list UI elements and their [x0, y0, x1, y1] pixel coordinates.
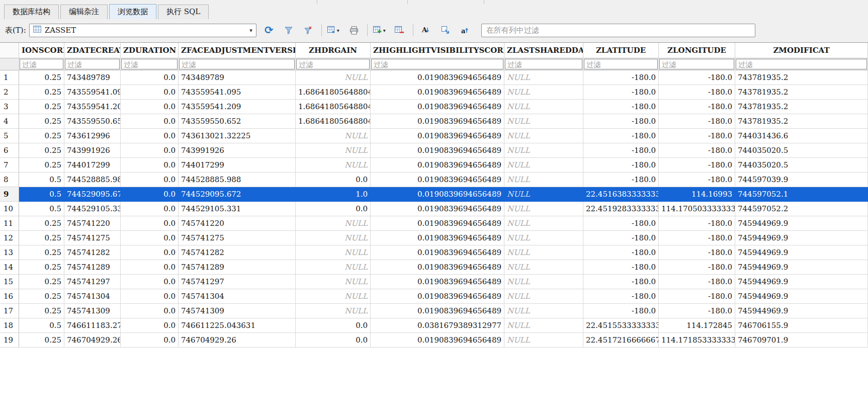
row-number[interactable]: 7: [0, 158, 19, 173]
table-cell[interactable]: -180.0: [659, 158, 735, 173]
table-cell[interactable]: 745741220: [179, 216, 296, 231]
column-filter-input-zlongitude[interactable]: [659, 59, 734, 69]
table-cell[interactable]: 0.25: [19, 289, 64, 304]
table-cell[interactable]: 743559541.209: [179, 100, 296, 114]
table-cell[interactable]: 0.0: [121, 318, 179, 333]
column-header-zlastshareddate[interactable]: ZLASTSHAREDDATE: [504, 43, 583, 58]
tab-1[interactable]: 数据库结构: [4, 5, 59, 19]
column-filter-input-zduration[interactable]: [121, 59, 178, 69]
table-cell[interactable]: NULL: [504, 158, 583, 173]
table-cell[interactable]: 114.172845: [659, 318, 735, 333]
table-cell[interactable]: -180.0: [583, 231, 659, 245]
table-cell[interactable]: 745741297: [179, 275, 296, 289]
row-number[interactable]: 8: [0, 173, 19, 187]
row-number[interactable]: 14: [0, 260, 19, 275]
table-cell[interactable]: 744529095.672: [64, 187, 121, 202]
table-cell[interactable]: 744529095.672: [179, 187, 296, 202]
table-cell[interactable]: 0.0381679389312977: [371, 318, 504, 333]
table-cell[interactable]: 0.0: [121, 85, 179, 100]
column-header-zhdrgain[interactable]: ZHDRGAIN: [296, 43, 371, 58]
table-cell[interactable]: 0.0190839694656489: [371, 260, 504, 275]
table-cell[interactable]: 743559541.209: [64, 100, 121, 114]
table-cell[interactable]: 0.0190839694656489: [371, 129, 504, 143]
table-cell[interactable]: 743781935.2: [735, 100, 868, 114]
table-cell[interactable]: 745741304: [64, 289, 121, 304]
table-cell[interactable]: 743559541.095: [179, 85, 296, 100]
row-number[interactable]: 4: [0, 114, 19, 129]
table-cell[interactable]: 743489789: [64, 70, 121, 85]
table-cell[interactable]: 743991926: [179, 143, 296, 158]
table-cell[interactable]: 0.5: [19, 173, 64, 187]
table-cell[interactable]: 746704929.26: [64, 333, 121, 348]
table-cell[interactable]: NULL: [504, 260, 583, 275]
table-cell[interactable]: NULL: [504, 245, 583, 260]
table-cell[interactable]: 22.4517216666667: [583, 333, 659, 348]
table-cell[interactable]: 0.0: [121, 187, 179, 202]
table-cell[interactable]: 743781935.2: [735, 85, 868, 100]
table-cell[interactable]: 0.5: [19, 318, 64, 333]
goto-cell-button-2[interactable]: [439, 23, 453, 37]
table-cell[interactable]: -180.0: [583, 173, 659, 187]
table-select-combobox[interactable]: ZASSET ▾: [29, 24, 256, 37]
table-cell[interactable]: 746611225.043631: [179, 318, 296, 333]
tab-2[interactable]: 编辑杂注: [60, 5, 108, 19]
table-cell[interactable]: 743559550.652: [179, 114, 296, 129]
clear-filter-button[interactable]: [301, 23, 315, 37]
table-cell[interactable]: -180.0: [659, 231, 735, 245]
row-number[interactable]: 3: [0, 100, 19, 114]
delete-record-button[interactable]: [393, 23, 407, 37]
table-cell[interactable]: 745741309: [179, 304, 296, 318]
table-cell[interactable]: 0.25: [19, 245, 64, 260]
table-cell[interactable]: 0.0: [121, 216, 179, 231]
table-cell[interactable]: 22.4515533333333: [583, 318, 659, 333]
table-cell[interactable]: -180.0: [583, 70, 659, 85]
table-cell[interactable]: 0.0190839694656489: [371, 216, 504, 231]
table-cell[interactable]: -180.0: [583, 260, 659, 275]
table-cell[interactable]: 0.0: [121, 143, 179, 158]
row-number[interactable]: 18: [0, 318, 19, 333]
table-cell[interactable]: 0.0190839694656489: [371, 202, 504, 216]
table-cell[interactable]: -180.0: [583, 143, 659, 158]
table-cell[interactable]: 114.171853333333: [659, 333, 735, 348]
table-cell[interactable]: 1.68641805648804: [296, 114, 371, 129]
table-cell[interactable]: 746706155.9: [735, 318, 868, 333]
table-cell[interactable]: 744597052.1: [735, 187, 868, 202]
table-cell[interactable]: 743991926: [64, 143, 121, 158]
table-cell[interactable]: 0.25: [19, 275, 64, 289]
table-cell[interactable]: 0.0: [121, 70, 179, 85]
row-number[interactable]: 17: [0, 304, 19, 318]
table-cell[interactable]: NULL: [504, 275, 583, 289]
column-header-zmodificat[interactable]: ZMODIFICAT: [735, 43, 868, 58]
table-cell[interactable]: NULL: [296, 143, 371, 158]
table-cell[interactable]: NULL: [504, 129, 583, 143]
table-cell[interactable]: 0.0: [296, 202, 371, 216]
table-cell[interactable]: NULL: [504, 187, 583, 202]
row-number[interactable]: 9: [0, 187, 19, 202]
table-cell[interactable]: 0.25: [19, 114, 64, 129]
table-cell[interactable]: 0.25: [19, 158, 64, 173]
table-cell[interactable]: 0.0190839694656489: [371, 245, 504, 260]
table-cell[interactable]: 0.25: [19, 129, 64, 143]
table-cell[interactable]: -180.0: [659, 245, 735, 260]
column-header-zhighlightvisibilityscore[interactable]: ZHIGHLIGHTVISIBILITYSCORE: [371, 43, 504, 58]
table-cell[interactable]: 0.0: [121, 129, 179, 143]
export-records-button[interactable]: ▾: [327, 23, 341, 37]
table-cell[interactable]: NULL: [296, 289, 371, 304]
refresh-button[interactable]: ⟳: [262, 23, 276, 37]
table-cell[interactable]: -180.0: [659, 143, 735, 158]
table-cell[interactable]: 744529105.331: [179, 202, 296, 216]
table-cell[interactable]: -180.0: [659, 129, 735, 143]
table-cell[interactable]: -180.0: [583, 100, 659, 114]
column-filter-input-zdatecreated[interactable]: [65, 59, 120, 69]
goto-cell-button-3[interactable]: a: [458, 23, 472, 37]
table-cell[interactable]: 0.0: [121, 275, 179, 289]
table-cell[interactable]: NULL: [504, 231, 583, 245]
table-cell[interactable]: 745944969.9: [735, 289, 868, 304]
table-cell[interactable]: -180.0: [583, 304, 659, 318]
table-cell[interactable]: NULL: [296, 70, 371, 85]
table-cell[interactable]: NULL: [504, 202, 583, 216]
goto-cell-button-1[interactable]: A: [419, 23, 433, 37]
table-cell[interactable]: -180.0: [659, 70, 735, 85]
table-cell[interactable]: NULL: [504, 85, 583, 100]
row-number[interactable]: 16: [0, 289, 19, 304]
